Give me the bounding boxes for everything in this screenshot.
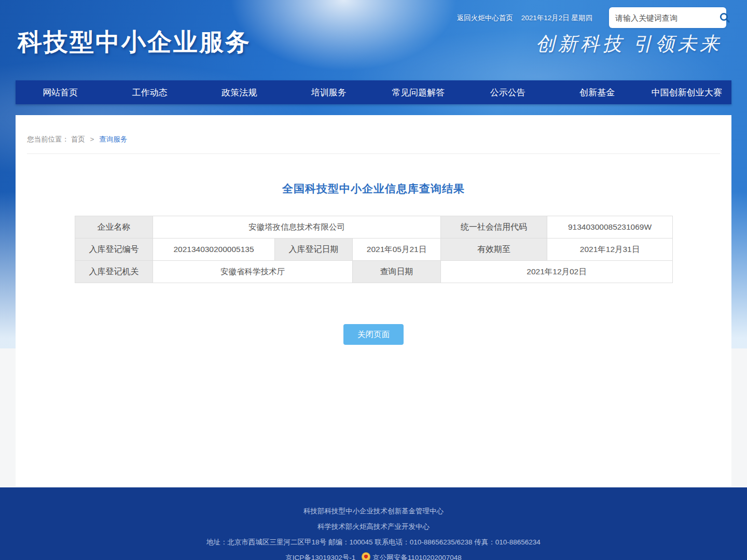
table-row: 入库登记编号 202134030200005135 入库登记日期 2021年05… [75,239,673,261]
header-date: 2021年12月2日 星期四 [521,13,592,23]
site-footer: 科技部科技型中小企业技术创新基金管理中心 科学技术部火炬高技术产业开发中心 地址… [0,487,747,560]
label-registration-date: 入库登记日期 [275,239,353,261]
breadcrumb: 您当前位置： 首页 > 查询服务 [27,135,720,154]
keyword-search-box [609,7,726,28]
label-credit-code: 统一社会信用代码 [441,216,547,239]
query-result-table: 企业名称 安徽塔孜信息技术有限公司 统一社会信用代码 9134030008523… [75,216,673,283]
breadcrumb-home-link[interactable]: 首页 [71,135,85,143]
value-registration-number: 202134030200005135 [153,239,275,261]
site-logo: 科技型中小企业服务 [18,26,251,59]
nav-item-competition[interactable]: 中国创新创业大赛 [642,80,732,104]
value-company-name: 安徽塔孜信息技术有限公司 [153,216,441,239]
value-registration-date: 2021年05月21日 [353,239,441,261]
footer-contact-line: 地址：北京市西城区三里河二区甲18号 邮编：100045 联系电话：010-88… [0,535,747,550]
value-credit-code: 91340300085231069W [547,216,673,239]
table-row: 入库登记机关 安徽省科学技术厅 查询日期 2021年12月02日 [75,261,673,283]
label-query-date: 查询日期 [353,261,441,283]
search-input[interactable] [615,13,718,22]
torch-center-home-link[interactable]: 返回火炬中心首页 [457,13,513,23]
site-header: 科技型中小企业服务 创新科技 引领未来 返回火炬中心首页 2021年12月2日 … [0,0,747,80]
label-valid-until: 有效期至 [441,239,547,261]
label-company-name: 企业名称 [75,216,153,239]
nav-item-home[interactable]: 网站首页 [16,80,105,104]
table-row: 企业名称 安徽塔孜信息技术有限公司 统一社会信用代码 9134030008523… [75,216,673,239]
footer-org-line1: 科技部科技型中小企业技术创新基金管理中心 [0,503,747,519]
label-registration-authority: 入库登记机关 [75,261,153,283]
footer-org-line2: 科学技术部火炬高技术产业开发中心 [0,519,747,535]
close-button-row: 关闭页面 [16,324,731,345]
nav-item-work-news[interactable]: 工作动态 [105,80,195,104]
nav-item-policies[interactable]: 政策法规 [195,80,284,104]
police-badge-icon [362,552,370,560]
site-slogan: 创新科技 引领未来 [536,31,722,57]
nav-item-innovation-fund[interactable]: 创新基金 [552,80,642,104]
magnifier-icon [718,11,731,24]
public-security-link[interactable]: 京公网安备11010202007048 [372,554,462,560]
search-button[interactable] [718,10,731,25]
close-page-button[interactable]: 关闭页面 [343,324,404,345]
breadcrumb-separator: > [90,135,94,143]
header-top-row: 返回火炬中心首页 2021年12月2日 星期四 [457,13,592,23]
value-query-date: 2021年12月02日 [441,261,673,283]
page-title: 全国科技型中小企业信息库查询结果 [16,181,731,196]
value-registration-authority: 安徽省科学技术厅 [153,261,353,283]
label-registration-number: 入库登记编号 [75,239,153,261]
icp-license-link[interactable]: 京ICP备13019302号-1 [285,554,355,560]
nav-item-faq[interactable]: 常见问题解答 [374,80,463,104]
content-panel: 您当前位置： 首页 > 查询服务 全国科技型中小企业信息库查询结果 企业名称 安… [16,115,731,486]
main-navigation: 网站首页 工作动态 政策法规 培训服务 常见问题解答 公示公告 创新基金 中国创… [16,80,731,104]
value-valid-until: 2021年12月31日 [547,239,673,261]
breadcrumb-current-link[interactable]: 查询服务 [99,135,127,143]
breadcrumb-prefix: 您当前位置： [27,135,69,143]
nav-item-announcements[interactable]: 公示公告 [463,80,553,104]
footer-icp-line: 京ICP备13019302号-1京公网安备11010202007048 [0,550,747,560]
nav-item-training[interactable]: 培训服务 [284,80,374,104]
